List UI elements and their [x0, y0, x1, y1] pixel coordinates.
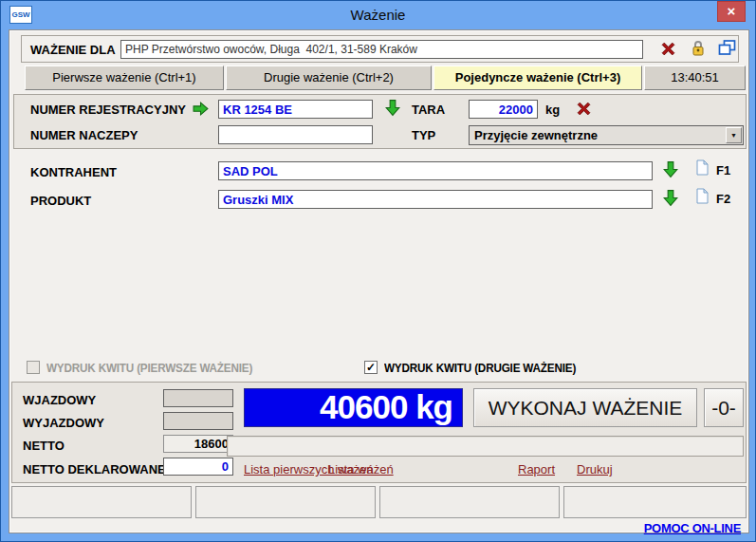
- trailer-number-input[interactable]: [218, 125, 373, 144]
- tara-label: TARA: [412, 103, 445, 117]
- produkt-fkey-label: F2: [716, 192, 730, 206]
- zero-scale-button[interactable]: -0-: [704, 388, 744, 427]
- clock-display: 13:40:51: [644, 65, 746, 90]
- produkt-label: PRODUKT: [30, 194, 91, 208]
- kontrahent-input[interactable]: [218, 161, 653, 180]
- arrow-right-icon: [192, 101, 210, 117]
- tara-input[interactable]: [469, 100, 538, 119]
- tab-second-weighing[interactable]: Drugie ważenie (Ctrl+2): [226, 65, 432, 90]
- reg-number-dropdown-icon[interactable]: [384, 99, 401, 117]
- produkt-input[interactable]: [218, 190, 653, 209]
- print-link[interactable]: Drukuj: [577, 462, 613, 477]
- reg-number-label: NUMER REJESTRACYJNY: [30, 103, 186, 117]
- wyjazdowy-label: WYJAZDOWY: [23, 416, 104, 430]
- execute-weighing-button[interactable]: WYKONAJ WAŻENIE: [473, 388, 697, 427]
- type-combobox[interactable]: Przyjęcie zewnętrzne ▼: [469, 125, 744, 145]
- kontrahent-label: KONTRAHENT: [30, 165, 117, 179]
- window-title: Ważenie: [1, 7, 755, 23]
- tab-single-weighing[interactable]: Pojedyncze ważenie (Ctrl+3): [433, 65, 642, 90]
- type-combobox-value: Przyjęcie zewnętrzne: [474, 128, 598, 142]
- produkt-document-icon[interactable]: [695, 188, 710, 204]
- wjazdowy-label: WJAZDOWY: [23, 393, 96, 407]
- copy-windows-icon[interactable]: [718, 40, 736, 56]
- weighing-window: GSW Ważenie × WAŻENIE DLA Pierwsze ważen…: [0, 0, 756, 542]
- close-button[interactable]: ×: [717, 1, 746, 22]
- tab-first-weighing[interactable]: Pierwsze ważenie (Ctrl+1): [25, 65, 224, 90]
- wjazdowy-input: [163, 389, 233, 407]
- report-link[interactable]: Raport: [518, 462, 555, 477]
- clear-tara-icon[interactable]: [576, 101, 592, 117]
- netto-deklarowane-label: NETTO DEKLAROWANE: [23, 462, 166, 477]
- trailer-number-label: NUMER NACZEPY: [30, 128, 138, 142]
- kontrahent-dropdown-icon[interactable]: [662, 160, 679, 178]
- produkt-dropdown-icon[interactable]: [662, 189, 679, 207]
- print-second-label: WYDRUK KWITU (DRUGIE WAŻENIE): [384, 361, 598, 375]
- type-label: TYP: [412, 128, 435, 142]
- wazenie-dla-input[interactable]: [120, 40, 643, 59]
- tara-unit-label: kg: [545, 103, 560, 117]
- print-first-checkbox[interactable]: [27, 361, 40, 374]
- weighings-list-link[interactable]: Lista ważeń: [328, 462, 394, 477]
- online-help-link[interactable]: POMOC ON-LINE: [644, 521, 741, 535]
- bottom-slot-1: [11, 486, 192, 518]
- bottom-slot-2: [195, 486, 376, 518]
- reg-number-input[interactable]: [218, 100, 373, 119]
- combo-arrow-icon[interactable]: ▼: [726, 127, 742, 143]
- wyjazdowy-input: [163, 412, 233, 430]
- netto-deklarowane-input[interactable]: [163, 458, 233, 476]
- netto-label: NETTO: [23, 439, 65, 453]
- scale-weight-display: 40600 kg: [244, 388, 463, 427]
- print-second-checkbox[interactable]: ✓: [364, 361, 378, 374]
- kontrahent-fkey-label: F1: [716, 163, 730, 178]
- clear-client-icon[interactable]: [660, 41, 676, 57]
- print-first-label: WYDRUK KWITU (PIERWSZE WAŻENIE): [46, 361, 275, 375]
- weight-progress-bar: [227, 436, 744, 457]
- bottom-slot-4: [563, 486, 747, 518]
- wazenie-dla-label: WAŻENIE DLA: [30, 43, 116, 57]
- main-panel: WAŻENIE DLA Pierwsze ważenie (Ctrl+1) Dr…: [9, 29, 749, 533]
- netto-input: [163, 435, 233, 453]
- bottom-slot-3: [379, 486, 560, 518]
- kontrahent-document-icon[interactable]: [695, 159, 710, 176]
- titlebar[interactable]: GSW Ważenie ×: [1, 1, 755, 29]
- lock-icon[interactable]: [691, 39, 706, 57]
